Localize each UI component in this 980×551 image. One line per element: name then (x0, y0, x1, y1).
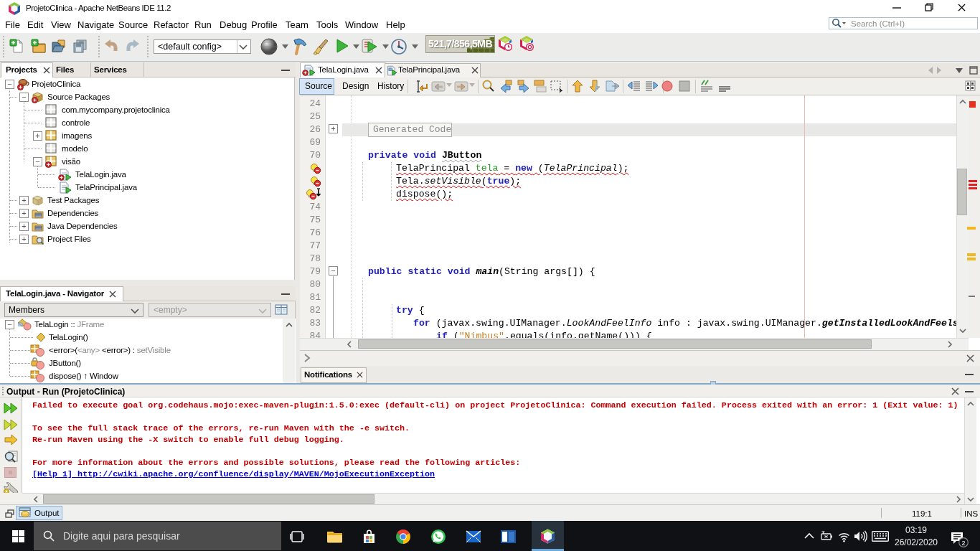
svg-text:2: 2 (961, 540, 965, 547)
